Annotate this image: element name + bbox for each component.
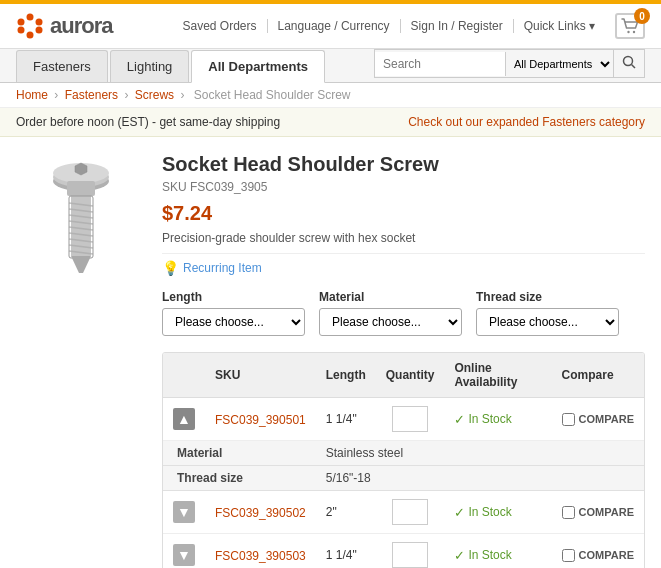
cart-badge: 0 <box>634 8 650 24</box>
variant-material: Material Please choose... <box>319 290 462 336</box>
recurring-item: 💡 Recurring Item <box>162 260 645 276</box>
compare-label-1: COMPARE <box>579 506 634 518</box>
recurring-link[interactable]: Recurring Item <box>183 261 262 275</box>
logo[interactable]: aurora <box>16 12 112 40</box>
material-select[interactable]: Please choose... <box>319 308 462 336</box>
sku-link-2[interactable]: FSC039_390503 <box>215 549 306 563</box>
col-availability: Online Availability <box>444 353 551 398</box>
svg-line-9 <box>632 65 636 69</box>
sku-link-1[interactable]: FSC039_390502 <box>215 506 306 520</box>
product-image <box>31 153 131 303</box>
svg-point-5 <box>18 19 25 26</box>
product-sku: SKU FSC039_3905 <box>162 180 645 194</box>
length-val-1: 2" <box>316 491 376 534</box>
table-row: ▼ FSC039_390503 1 1/4" ✓ In Stock COMPAR… <box>163 534 644 569</box>
search-button[interactable] <box>613 50 644 77</box>
product-image-col <box>16 153 146 568</box>
product-desc: Precision-grade shoulder screw with hex … <box>162 231 645 254</box>
compare-checkbox-2[interactable] <box>562 549 575 562</box>
expand-btn-0[interactable]: ▲ <box>173 408 195 430</box>
svg-marker-26 <box>71 256 91 273</box>
length-select[interactable]: Please choose... <box>162 308 305 336</box>
product-price: $7.24 <box>162 202 645 225</box>
svg-point-0 <box>27 14 34 21</box>
svg-point-1 <box>36 19 43 26</box>
expand-btn-1[interactable]: ▼ <box>173 501 195 523</box>
product-table: SKU Length Quantity Online Availability … <box>163 353 644 568</box>
variant-length: Length Please choose... <box>162 290 305 336</box>
search-icon <box>622 55 636 69</box>
length-val-0: 1 1/4" <box>316 398 376 441</box>
recurring-icon: 💡 <box>162 260 179 276</box>
compare-checkbox-0[interactable] <box>562 413 575 426</box>
compare-cell-2: COMPARE <box>562 549 634 562</box>
detail-row: Material Stainless steel <box>163 441 644 466</box>
svg-point-8 <box>624 57 633 66</box>
col-quantity: Quantity <box>376 353 445 398</box>
detail-row: Thread size 5/16"-18 <box>163 466 644 491</box>
svg-rect-14 <box>67 181 95 196</box>
promo-right-link[interactable]: Check out our expanded Fasteners categor… <box>408 115 645 129</box>
quick-links-link[interactable]: Quick Links ▾ <box>514 19 605 33</box>
svg-point-3 <box>27 32 34 39</box>
product-info: Socket Head Shoulder Screw SKU FSC039_39… <box>162 153 645 568</box>
top-links: Saved Orders Language / Currency Sign In… <box>172 19 605 33</box>
product-area: Socket Head Shoulder Screw SKU FSC039_39… <box>0 137 661 568</box>
qty-input-1[interactable] <box>392 499 428 525</box>
tab-lighting[interactable]: Lighting <box>110 50 190 82</box>
signin-link[interactable]: Sign In / Register <box>401 19 514 33</box>
compare-cell-0: COMPARE <box>562 413 634 426</box>
saved-orders-link[interactable]: Saved Orders <box>172 19 267 33</box>
svg-point-4 <box>18 27 25 34</box>
breadcrumb-fasteners[interactable]: Fasteners <box>65 88 118 102</box>
tab-fasteners[interactable]: Fasteners <box>16 50 108 82</box>
search-input[interactable] <box>375 52 505 76</box>
promo-bar: Order before noon (EST) - get same-day s… <box>0 108 661 137</box>
compare-checkbox-1[interactable] <box>562 506 575 519</box>
col-expand <box>163 353 205 398</box>
length-val-2: 1 1/4" <box>316 534 376 569</box>
top-bar: aurora Saved Orders Language / Currency … <box>0 4 661 49</box>
nav-tabs-left: Fasteners Lighting All Departments <box>16 50 327 82</box>
breadcrumb-screws[interactable]: Screws <box>135 88 174 102</box>
compare-label-2: COMPARE <box>579 549 634 561</box>
tab-all-departments[interactable]: All Departments <box>191 50 325 83</box>
search-dept-select[interactable]: All Departments <box>505 52 613 76</box>
col-compare: Compare <box>552 353 644 398</box>
language-currency-link[interactable]: Language / Currency <box>268 19 401 33</box>
instock-1: ✓ In Stock <box>454 505 541 520</box>
svg-point-2 <box>36 27 43 34</box>
compare-label-0: COMPARE <box>579 413 634 425</box>
thread-size-label: Thread size <box>476 290 619 304</box>
sku-link-0[interactable]: FSC039_390501 <box>215 413 306 427</box>
variant-thread-size: Thread size Please choose... <box>476 290 619 336</box>
expand-btn-2[interactable]: ▼ <box>173 544 195 566</box>
instock-2: ✓ In Stock <box>454 548 541 563</box>
nav-bar: Fasteners Lighting All Departments All D… <box>0 49 661 83</box>
cart-icon: 0 <box>615 13 645 39</box>
material-label: Material <box>319 290 462 304</box>
promo-left: Order before noon (EST) - get same-day s… <box>16 115 280 129</box>
breadcrumb: Home › Fasteners › Screws › Socket Head … <box>0 83 661 108</box>
length-label: Length <box>162 290 305 304</box>
table-row: ▲ FSC039_390501 1 1/4" ✓ In Stock COMPAR… <box>163 398 644 441</box>
variant-selectors: Length Please choose... Material Please … <box>162 290 645 336</box>
product-table-wrap: SKU Length Quantity Online Availability … <box>162 352 645 568</box>
search-area: All Departments <box>374 49 645 82</box>
svg-point-6 <box>627 31 629 33</box>
col-sku: SKU <box>205 353 316 398</box>
svg-point-7 <box>633 31 635 33</box>
breadcrumb-current: Socket Head Shoulder Screw <box>194 88 351 102</box>
logo-icon <box>16 12 44 40</box>
compare-cell-1: COMPARE <box>562 506 634 519</box>
table-row: ▼ FSC039_390502 2" ✓ In Stock COMPARE <box>163 491 644 534</box>
logo-text: aurora <box>50 13 112 39</box>
cart-button[interactable]: 0 <box>615 13 645 39</box>
thread-size-select[interactable]: Please choose... <box>476 308 619 336</box>
col-length: Length <box>316 353 376 398</box>
search-box: All Departments <box>374 49 645 78</box>
qty-input-0[interactable] <box>392 406 428 432</box>
breadcrumb-home[interactable]: Home <box>16 88 48 102</box>
instock-0: ✓ In Stock <box>454 412 541 427</box>
qty-input-2[interactable] <box>392 542 428 568</box>
